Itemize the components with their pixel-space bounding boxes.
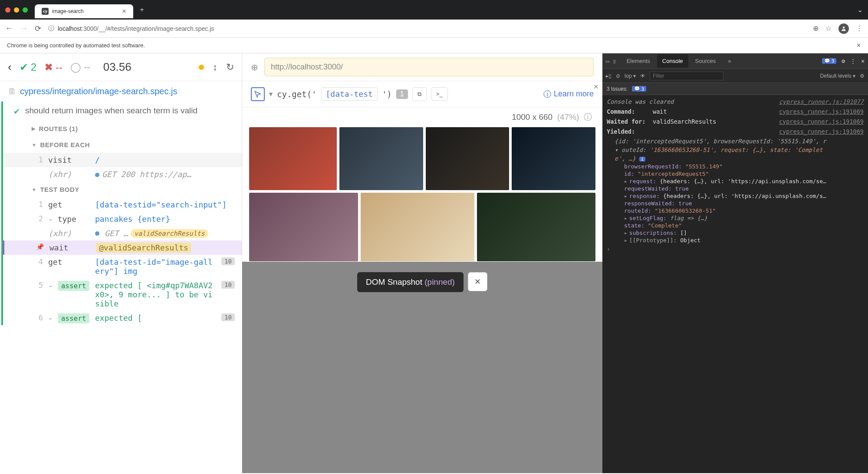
spec-file-path[interactable]: 🗎 cypress/integration/image-search.spec.…	[0, 81, 242, 102]
console-object[interactable]: {id: 'interceptedRequest5', browserReque…	[602, 137, 868, 145]
tab-sources[interactable]: Sources	[690, 54, 721, 68]
close-window-button[interactable]	[5, 7, 10, 13]
close-icon[interactable]: ✕	[856, 42, 861, 49]
object-property[interactable]: routeId: "1636660653260-51"	[602, 207, 868, 214]
filter-input[interactable]	[650, 72, 723, 80]
browser-toolbar: ← → ⟳ ⓘ localhost:3000/__/#/tests/integr…	[0, 20, 868, 38]
object-property[interactable]: browserRequestId: "55515.149"	[602, 163, 868, 170]
log-levels-selector[interactable]: Default levels ▾	[820, 73, 855, 79]
tab-console[interactable]: Console	[657, 54, 688, 68]
info-icon[interactable]: ⓘ	[584, 112, 592, 122]
sidebar-toggle-icon[interactable]: ▸▯	[606, 73, 612, 79]
menu-icon[interactable]: ⋮	[850, 58, 856, 64]
source-link[interactable]: cypress_runner.js:191077	[779, 98, 864, 106]
object-property[interactable]: state: "Complete"	[602, 222, 868, 229]
tab-elements[interactable]: Elements	[621, 54, 655, 68]
viewport-dimensions: 1000 x 660 (47%) ⓘ	[242, 107, 602, 127]
devtools-tabs: ▭ ▯ Elements Console Sources » 💬3 ⚙ ⋮ ✕	[602, 53, 868, 69]
learn-more-link[interactable]: ⓘLearn more	[543, 89, 594, 99]
info-badge-icon[interactable]: i	[639, 157, 645, 161]
zoom-icon[interactable]: ⊕	[813, 24, 819, 33]
object-property[interactable]: ▸[[Prototype]]: Object	[602, 237, 868, 244]
gallery-image	[339, 127, 423, 190]
object-property[interactable]: requestWaited: true	[602, 185, 868, 192]
tab-favicon: cy	[42, 8, 49, 15]
selector-picker-icon[interactable]	[251, 87, 265, 101]
object-property[interactable]: ▸response: {headers: {…}, url: 'https://…	[602, 192, 868, 200]
unpin-button[interactable]: ✕	[468, 272, 487, 291]
console-object[interactable]: e', …} i	[602, 154, 868, 163]
selector-input[interactable]: [data-test	[321, 87, 378, 101]
object-property[interactable]: ▸setLogFlag: flag => {…}	[602, 214, 868, 222]
gallery-image	[477, 193, 595, 261]
gallery-image	[426, 127, 510, 190]
live-expression-icon[interactable]: 👁	[640, 73, 645, 79]
object-property[interactable]: id: "interceptedRequest5"	[602, 170, 868, 178]
console-prompt[interactable]: ›	[602, 244, 868, 254]
more-tabs-icon[interactable]: »	[723, 54, 736, 68]
source-link[interactable]: cypress_runner.js:191069	[779, 118, 864, 126]
copy-button[interactable]: ⧉	[412, 87, 427, 101]
browser-tab[interactable]: cy image-search ✕	[35, 4, 133, 18]
window-controls	[5, 7, 28, 13]
close-icon[interactable]: ✕	[122, 8, 126, 14]
command-assert[interactable]: 6 - assert expected [ 10	[3, 311, 242, 325]
close-icon[interactable]: ✕	[861, 58, 865, 64]
console-object[interactable]: ▾ outeId: '1636660653260-51', request: {…	[602, 145, 868, 154]
object-property[interactable]: ▸subscriptions: []	[602, 229, 868, 237]
command-type[interactable]: 2 - type pancakes {enter}	[3, 212, 242, 226]
command-get[interactable]: 4 get [data-test-id="image-gallery"] img…	[3, 255, 242, 278]
address-bar[interactable]: ⓘ localhost:3000/__/#/tests/integration/…	[48, 25, 214, 33]
inspect-icon[interactable]: ▭	[606, 58, 609, 64]
reload-button[interactable]: ⟳	[35, 24, 41, 33]
back-icon[interactable]: ‹	[8, 60, 12, 74]
auto-scroll-icon[interactable]: ↕	[213, 62, 217, 73]
print-to-console-button[interactable]: >_	[431, 87, 448, 101]
settings-icon[interactable]: ⚙	[842, 58, 845, 64]
context-selector[interactable]: top ▾	[625, 73, 636, 79]
command-wait-pinned[interactable]: 📌 wait @validSearchResults	[3, 240, 242, 255]
xhr-dot-icon	[95, 231, 99, 236]
source-link[interactable]: cypress_runner.js:191069	[779, 128, 864, 136]
object-property[interactable]: ▸request: {headers: {…}, url: 'https://a…	[602, 178, 868, 185]
reporter-header: ‹ ✔ 2 ✖ -- ◯ -- 03.56 ↕ ↻	[0, 53, 242, 81]
console-settings-icon[interactable]: ⚙	[860, 73, 865, 79]
forward-button[interactable]: →	[20, 24, 28, 33]
command-xhr[interactable]: (xhr) GET 200 https://ap…	[3, 167, 242, 181]
message-count-badge[interactable]: 💬3	[822, 58, 837, 64]
bookmark-icon[interactable]: ☆	[825, 24, 832, 33]
minimize-window-button[interactable]	[14, 7, 19, 13]
source-link[interactable]: cypress_runner.js:191069	[779, 108, 864, 116]
before-each-header[interactable]: ▼ BEFORE EACH	[3, 137, 242, 153]
maximize-window-button[interactable]	[23, 7, 28, 13]
tabs-overflow-icon[interactable]: ⌄	[857, 6, 863, 14]
routes-header[interactable]: ▶ ROUTES (1)	[3, 121, 242, 137]
test-title-row[interactable]: ✔ should return images when search term …	[3, 102, 242, 121]
issues-bar[interactable]: 3 Issues: 💬3	[602, 83, 868, 95]
test-body-header[interactable]: ▼ TEST BODY	[3, 181, 242, 198]
gallery-image	[249, 193, 358, 261]
console-message: Yielded: cypress_runner.js:191069	[602, 127, 868, 137]
close-icon[interactable]: ✕	[593, 83, 599, 91]
console-message: Waited for: validSearchResults cypress_r…	[602, 117, 868, 127]
preview-url[interactable]: http://localhost:3000/	[264, 58, 594, 76]
menu-icon[interactable]: ⋮	[856, 24, 863, 33]
command-visit[interactable]: 1 visit /	[3, 153, 242, 167]
device-toolbar-icon[interactable]: ▯	[613, 58, 616, 64]
viewport-icon[interactable]: ⊕	[251, 62, 258, 72]
site-info-icon[interactable]: ⓘ	[48, 25, 54, 33]
rerun-icon[interactable]: ↻	[226, 62, 234, 73]
command-xhr[interactable]: (xhr) GET … validSearchResults	[3, 226, 242, 240]
new-tab-button[interactable]: ＋	[138, 5, 145, 14]
profile-avatar[interactable]	[838, 23, 849, 34]
status-dot-icon	[199, 65, 204, 70]
command-assert[interactable]: 5 - assert expected [ <img#qp7WA8AV2x0>,…	[3, 278, 242, 311]
clear-console-icon[interactable]: ⊘	[616, 73, 620, 79]
console-filter-bar: ▸▯ ⊘ top ▾ 👁 Default levels ▾ ⚙	[602, 69, 868, 83]
preview-toolbar: ⊕ http://localhost:3000/	[242, 53, 602, 81]
caret-down-icon[interactable]: ▾	[269, 90, 273, 98]
object-property[interactable]: responseWaited: true	[602, 200, 868, 207]
command-get[interactable]: 1 get [data-testid="search-input"]	[3, 198, 242, 212]
console-message: Command: wait cypress_runner.js:191069	[602, 107, 868, 117]
back-button[interactable]: ←	[5, 24, 13, 33]
